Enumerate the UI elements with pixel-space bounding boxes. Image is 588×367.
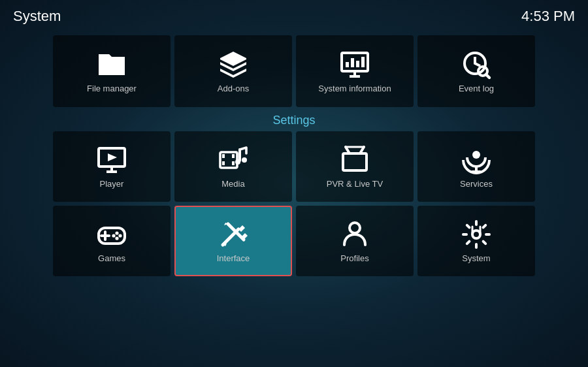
svg-point-20: [242, 157, 247, 163]
person-icon: [339, 219, 370, 250]
tile-profiles[interactable]: Profiles: [296, 206, 414, 276]
media-label: Media: [221, 179, 244, 189]
box-icon: [218, 49, 249, 80]
svg-point-42: [472, 231, 480, 238]
tile-add-ons[interactable]: Add-ons: [174, 35, 292, 107]
tile-interface[interactable]: Interface: [174, 206, 292, 276]
svg-rect-16: [222, 161, 225, 165]
clock: 4:53 PM: [521, 8, 575, 25]
svg-point-34: [115, 236, 118, 240]
svg-point-33: [112, 234, 115, 237]
svg-rect-21: [343, 153, 367, 170]
svg-rect-3: [346, 62, 349, 67]
clock-search-icon: [461, 49, 492, 80]
tile-media[interactable]: Media: [174, 131, 292, 202]
svg-point-41: [350, 223, 360, 233]
svg-rect-5: [356, 61, 359, 67]
gamepad-icon: [96, 219, 127, 250]
header: System 4:53 PM: [0, 0, 588, 33]
pvr-live-tv-label: PVR & Live TV: [327, 179, 383, 189]
svg-marker-36: [238, 225, 245, 232]
svg-rect-6: [361, 57, 365, 67]
settings-row-1: Player Media: [0, 131, 588, 202]
tile-games[interactable]: Games: [53, 206, 171, 276]
svg-rect-4: [351, 58, 354, 67]
tile-system-information[interactable]: System information: [296, 35, 414, 107]
games-label: Games: [98, 253, 125, 263]
interface-label: Interface: [217, 253, 250, 263]
services-label: Services: [460, 179, 493, 189]
tv-antenna-icon: [339, 144, 370, 176]
svg-marker-11: [108, 153, 117, 161]
svg-rect-18: [232, 161, 235, 165]
svg-rect-17: [232, 154, 235, 158]
top-tiles-row: File manager Add-ons System information: [0, 35, 588, 107]
tile-player[interactable]: Player: [53, 131, 171, 202]
svg-point-32: [118, 234, 122, 237]
system-information-label: System information: [318, 84, 391, 93]
event-log-label: Event log: [459, 84, 494, 93]
svg-line-9: [486, 74, 489, 78]
svg-point-25: [472, 151, 480, 159]
tile-pvr-live-tv[interactable]: PVR & Live TV: [296, 131, 414, 202]
profiles-label: Profiles: [340, 253, 368, 263]
system-label: System: [462, 253, 490, 263]
settings-row-2: Games Interface Profiles: [0, 206, 588, 276]
podcast-icon: [461, 144, 492, 176]
gear-fork-icon: [461, 219, 492, 250]
app-title: System: [13, 8, 61, 25]
tile-file-manager[interactable]: File manager: [53, 35, 171, 107]
pencil-ruler-icon: [218, 219, 249, 250]
film-music-icon: [218, 144, 249, 176]
chart-icon: [339, 49, 370, 80]
player-label: Player: [100, 179, 124, 189]
tile-system[interactable]: System: [417, 206, 535, 276]
svg-point-31: [115, 231, 118, 234]
svg-rect-15: [222, 154, 225, 158]
tile-event-log[interactable]: Event log: [417, 35, 535, 107]
folder-icon: [96, 49, 127, 80]
add-ons-label: Add-ons: [218, 84, 249, 93]
tile-services[interactable]: Services: [417, 131, 535, 202]
settings-section-title: Settings: [0, 114, 588, 127]
file-manager-label: File manager: [87, 84, 137, 93]
svg-point-19: [235, 159, 240, 165]
monitor-play-icon: [96, 144, 127, 176]
